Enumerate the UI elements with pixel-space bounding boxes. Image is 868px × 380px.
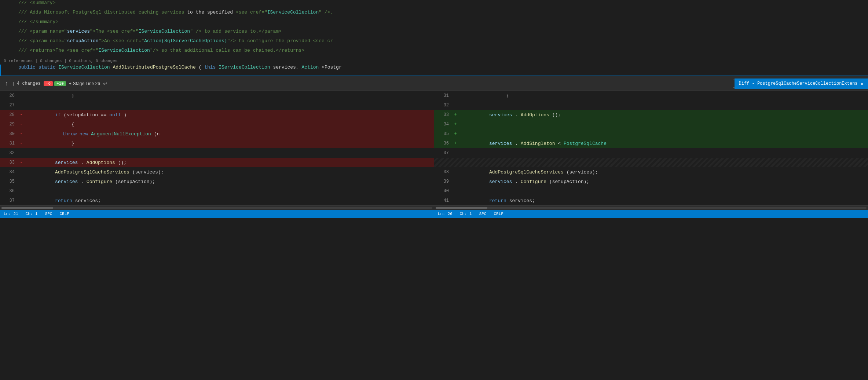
diff-right-line-33: 33 + services . AddOptions (); xyxy=(434,110,868,120)
nav-up-button[interactable]: ↑ xyxy=(4,80,10,88)
status-ch-left: Ch: 1 xyxy=(26,212,38,216)
code-line-2: /// Adds Microsoft PostgreSql distribute… xyxy=(0,10,868,19)
method-signature-text: public static IServiceCollection AddDist… xyxy=(18,65,342,70)
diff-left-line-36: 36 xyxy=(0,186,434,196)
stage-line-button[interactable]: + Stage Line 26 xyxy=(69,81,100,86)
diff-right-line-40: 40 xyxy=(434,186,868,196)
diff-left-line-37: 37 return services; xyxy=(0,196,434,205)
scrollbar-track-right[interactable] xyxy=(436,207,867,209)
references-line: 0 references | 0 changes | 0 authors, 0 … xyxy=(0,57,868,65)
scrollbar-thumb-right[interactable] xyxy=(436,207,487,209)
code-line-6: /// <returns>The <see cref="IServiceColl… xyxy=(0,48,868,57)
diff-right-line-41: 41 return services; xyxy=(434,196,868,205)
status-crlf-left: CRLF xyxy=(59,212,69,216)
diff-left-status: Ln: 21 Ch: 1 SPC CRLF xyxy=(0,210,434,218)
diff-left-line-33: 33 - services . AddOptions (); xyxy=(0,158,434,167)
code-text-5: /// <param name="setupAction">An <see cr… xyxy=(18,38,333,44)
code-text-3: /// </summary> xyxy=(18,19,58,25)
scrollbar-thumb-left[interactable] xyxy=(1,207,53,209)
diff-left-line-34: 34 AddPostgreSqlCacheServices (services)… xyxy=(0,167,434,177)
plus-icon: + xyxy=(69,81,72,86)
diff-right-content: 31 } 32 33 + xyxy=(434,91,868,205)
editor-container: /// <summary> /// Adds Microsoft Postgre… xyxy=(0,0,868,380)
added-badge: +10 xyxy=(54,81,66,86)
removed-badge: -6 xyxy=(44,81,53,86)
diff-left-line-31: 31 - } xyxy=(0,139,434,148)
diff-right-line-39: 39 services . Configure (setupAction); xyxy=(434,177,868,186)
diff-left-line-27: 27 xyxy=(0,101,434,110)
diff-right-line-32: 32 xyxy=(434,101,868,110)
diff-right-line-38: 38 AddPostgreSqlCacheServices (services)… xyxy=(434,167,868,177)
diff-left-line-35: 35 services . Configure (setupAction); xyxy=(0,177,434,186)
scrollbar-track-left[interactable] xyxy=(1,207,432,209)
undo-button[interactable]: ↩ xyxy=(103,81,107,87)
diff-panel: ↑ ↓ 4 changes -6 +10 + Stage Line 26 ↩ 📋… xyxy=(0,76,868,380)
diff-left-line-29: 29 - { xyxy=(0,120,434,129)
code-text-1: /// <summary> xyxy=(18,0,55,6)
status-spc-left: SPC xyxy=(45,212,52,216)
code-text-6: /// <returns>The <see cref="IServiceColl… xyxy=(18,48,304,53)
code-line-1: /// <summary> xyxy=(0,0,868,10)
diff-right-empty: 37 xyxy=(434,158,868,167)
close-diff-button[interactable]: ✕ xyxy=(861,81,864,87)
method-signature-line: public static IServiceCollection AddDist… xyxy=(0,65,868,76)
changes-count: 4 changes xyxy=(17,81,41,86)
diff-right-line-35: 35 + xyxy=(434,129,868,139)
diff-right-line-34: 34 + xyxy=(434,120,868,129)
code-line-3: /// </summary> xyxy=(0,19,868,29)
status-crlf-right: CRLF xyxy=(494,212,503,216)
diff-right-status: Ln: 26 Ch: 1 SPC CRLF xyxy=(434,210,868,218)
status-ln-right: Ln: 26 xyxy=(438,212,453,216)
diff-right-scrollbar[interactable] xyxy=(434,205,868,210)
code-line-4: /// <param name="services">The <see cref… xyxy=(0,29,868,38)
code-text-2: /// Adds Microsoft PostgreSql distribute… xyxy=(18,10,333,15)
code-text-4: /// <param name="services">The <see cref… xyxy=(18,29,282,34)
diff-panel-title: Diff - PostgreSqlCacheServiceCollectionE… xyxy=(735,78,868,89)
diff-left-content: 26 } 27 28 - xyxy=(0,91,434,205)
status-ln-left: Ln: 21 xyxy=(4,212,18,216)
diff-header: ↑ ↓ 4 changes -6 +10 + Stage Line 26 ↩ 📋… xyxy=(0,76,868,91)
diff-left-line-26: 26 } xyxy=(0,91,434,101)
diff-left-pane[interactable]: 26 } 27 28 - xyxy=(0,91,434,380)
nav-down-button[interactable]: ↓ xyxy=(10,80,16,88)
code-line-5: /// <param name="setupAction">An <see cr… xyxy=(0,38,868,48)
diff-body: 26 } 27 28 - xyxy=(0,91,868,380)
diff-right-line-37: 37 xyxy=(434,148,868,158)
diff-left-scrollbar[interactable] xyxy=(0,205,434,210)
diff-left-line-32: 32 xyxy=(0,148,434,158)
diff-right-line-31: 31 } xyxy=(434,91,868,101)
top-code-area: /// <summary> /// Adds Microsoft Postgre… xyxy=(0,0,868,76)
diff-right-line-36: 36 + services . AddSingleton < PostgreSq… xyxy=(434,139,868,148)
status-spc-right: SPC xyxy=(479,212,487,216)
diff-left-line-30: 30 - throw new ArgumentNullException (n xyxy=(0,129,434,139)
status-ch-right: Ch: 1 xyxy=(460,212,472,216)
diff-right-pane[interactable]: 31 } 32 33 + xyxy=(434,91,868,380)
diff-left-line-28: 28 - if (setupAction == null ) xyxy=(0,110,434,120)
